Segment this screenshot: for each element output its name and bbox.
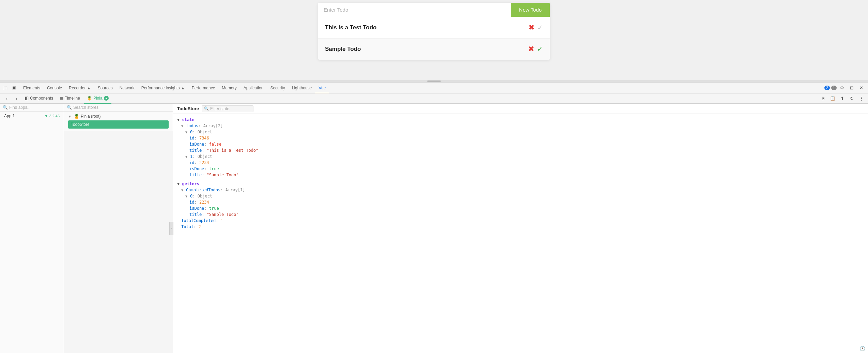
badge-2: 2 (824, 86, 830, 90)
apps-search: 🔍 (0, 104, 64, 112)
back-icon[interactable]: ‹ (3, 94, 11, 103)
store-group-name: Pinia (root) (81, 114, 101, 119)
components-label: Components (30, 96, 53, 101)
getters-section-header[interactable]: ▼ getters (173, 181, 868, 187)
todo-actions-1: ✖ ✓ (528, 45, 543, 54)
todo-container: New Todo This is a Test Todo ✖ ✓ Sample … (318, 3, 550, 60)
copy-icon[interactable]: ⎘ (819, 94, 827, 103)
tab-perf-insights[interactable]: Performance insights ▲ (138, 83, 188, 93)
tree-completedtodos[interactable]: ▼ CompletedTodos: Array[1] (173, 187, 868, 193)
todo-item-1: Sample Todo ✖ ✓ (318, 39, 550, 60)
todo-item-0: This is a Test Todo ✖ ✓ (318, 17, 550, 39)
tree-todos-0-id: id: 7346 (173, 135, 868, 141)
app-item-0[interactable]: App 1 ▼ 3.2.45 (0, 112, 64, 120)
tab-console[interactable]: Console (44, 83, 65, 93)
pinia-group-icon: 🍍 (74, 114, 79, 119)
tab-performance[interactable]: Performance (188, 83, 219, 93)
tab-recorder[interactable]: Recorder ▲ (65, 83, 94, 93)
more-icon[interactable]: ⋮ (857, 94, 865, 103)
tree-total: Total: 2 (173, 224, 868, 230)
timeline-icon: ▦ (60, 96, 63, 100)
state-header: TodoStore 🔍 (173, 104, 868, 114)
state-panel: TodoStore 🔍 ▼ state ▼ todos: Array[2] ▼ … (173, 104, 868, 353)
tree-todos-0-title: title: "This is a Test Todo" (173, 147, 868, 153)
collapse-toggle[interactable]: ▼ (68, 115, 72, 118)
forward-icon[interactable]: › (12, 94, 20, 103)
tree-todos[interactable]: ▼ todos: Array[2] (173, 123, 868, 129)
divider-handle (427, 80, 441, 82)
tab-sources[interactable]: Sources (94, 83, 116, 93)
pinia-label: Pinia (93, 96, 103, 101)
state-content: ▼ state ▼ todos: Array[2] ▼ 0: Object id… (173, 114, 868, 353)
app-version: ▼ 3.2.45 (44, 114, 60, 118)
new-todo-button[interactable]: New Todo (511, 3, 550, 17)
apps-panel: 🔍 App 1 ▼ 3.2.45 (0, 104, 64, 353)
tab-memory[interactable]: Memory (218, 83, 240, 93)
tree-todos-1-id: id: 2234 (173, 160, 868, 166)
close-icon[interactable]: ✕ (857, 84, 865, 92)
search-icon: 🔍 (3, 105, 8, 110)
tab-network[interactable]: Network (116, 83, 138, 93)
tree-completedtodos-0[interactable]: ▼ 0: Object (173, 193, 868, 199)
store-group-0: ▼ 🍍 Pinia (root) TodoStore (64, 112, 173, 131)
device-icon[interactable]: ▣ (10, 84, 18, 92)
filter-icon: 🔍 (204, 106, 209, 111)
devtools-tabs-bar: ⬚ ▣ Elements Console Recorder ▲ Sources … (0, 83, 868, 93)
tab-lighthouse[interactable]: Lighthouse (289, 83, 315, 93)
timeline-label: Timeline (65, 96, 80, 101)
components-icon: ◧ (25, 95, 29, 101)
stores-search-icon: 🔍 (67, 105, 72, 110)
store-group-label-0: ▼ 🍍 Pinia (root) (68, 114, 169, 119)
tree-ct-0-isdone: isDone: true (173, 205, 868, 211)
tree-totalcompleted: TotalCompleted: 1 (173, 218, 868, 224)
stores-search-input[interactable] (73, 105, 170, 110)
delete-icon-1[interactable]: ✖ (528, 45, 534, 54)
tab-elements[interactable]: Elements (20, 83, 44, 93)
state-title: TodoStore (177, 106, 199, 111)
app-name: App 1 (4, 114, 15, 118)
stores-panel: 🔍 ▼ 🍍 Pinia (root) TodoStore (64, 104, 173, 131)
tab-vue[interactable]: Vue (315, 83, 329, 93)
tree-todos-1[interactable]: ▼ 1: Object (173, 153, 868, 160)
vue-toolbar: ‹ › ◧ Components ▦ Timeline 🍍 Pinia ● ⎘ … (0, 93, 868, 104)
tab-timeline[interactable]: ▦ Timeline (57, 93, 83, 104)
tab-components[interactable]: ◧ Components (22, 93, 56, 104)
devtools: ⬚ ▣ Elements Console Recorder ▲ Sources … (0, 82, 868, 353)
paste-icon[interactable]: 📋 (828, 94, 837, 103)
dock-icon[interactable]: ⊟ (848, 84, 856, 92)
tree-ct-0-title: title: "Sample Todo" (173, 211, 868, 218)
tab-security[interactable]: Security (267, 83, 288, 93)
state-section-header[interactable]: ▼ state (173, 117, 868, 123)
refresh-icon[interactable]: ↻ (848, 94, 856, 103)
stores-panel-wrap: 🔍 ▼ 🍍 Pinia (root) TodoStore ‹ (64, 104, 173, 353)
state-filter: 🔍 (202, 105, 253, 112)
todo-input-row: New Todo (318, 3, 550, 17)
check-icon-0[interactable]: ✓ (537, 24, 543, 32)
collapse-stores-btn[interactable]: ‹ (169, 222, 173, 235)
todo-title-0: This is a Test Todo (325, 24, 528, 31)
settings-icon[interactable]: ⚙ (838, 84, 846, 92)
upload-icon[interactable]: ⬆ (838, 94, 846, 103)
filter-state-input[interactable] (210, 106, 251, 111)
todo-actions-0: ✖ ✓ (528, 23, 543, 32)
app-area: New Todo This is a Test Todo ✖ ✓ Sample … (0, 0, 868, 80)
devtools-body: 🔍 App 1 ▼ 3.2.45 🔍 ▼ 🍍 Pinia (roo (0, 104, 868, 353)
badge-1: 1 (831, 86, 837, 90)
clock-icon[interactable]: 🕐 (859, 345, 865, 352)
todo-title-1: Sample Todo (325, 46, 528, 53)
inspect-icon[interactable]: ⬚ (1, 84, 10, 92)
devtools-tab-icons: 2 1 ⚙ ⊟ ✕ (824, 84, 867, 92)
tree-todos-0[interactable]: ▼ 0: Object (173, 129, 868, 135)
tab-pinia[interactable]: 🍍 Pinia ● (84, 93, 111, 104)
todo-input[interactable] (318, 3, 511, 17)
pinia-badge: ● (104, 96, 109, 101)
stores-search: 🔍 (64, 104, 173, 112)
delete-icon-0[interactable]: ✖ (528, 23, 534, 32)
tab-application[interactable]: Application (240, 83, 267, 93)
tree-todos-1-title: title: "Sample Todo" (173, 172, 868, 178)
tree-ct-0-id: id: 2234 (173, 199, 868, 205)
pinia-icon: 🍍 (87, 96, 92, 101)
store-item-todostore[interactable]: TodoStore (68, 120, 169, 129)
apps-search-input[interactable] (9, 105, 61, 110)
check-icon-1[interactable]: ✓ (537, 45, 543, 54)
